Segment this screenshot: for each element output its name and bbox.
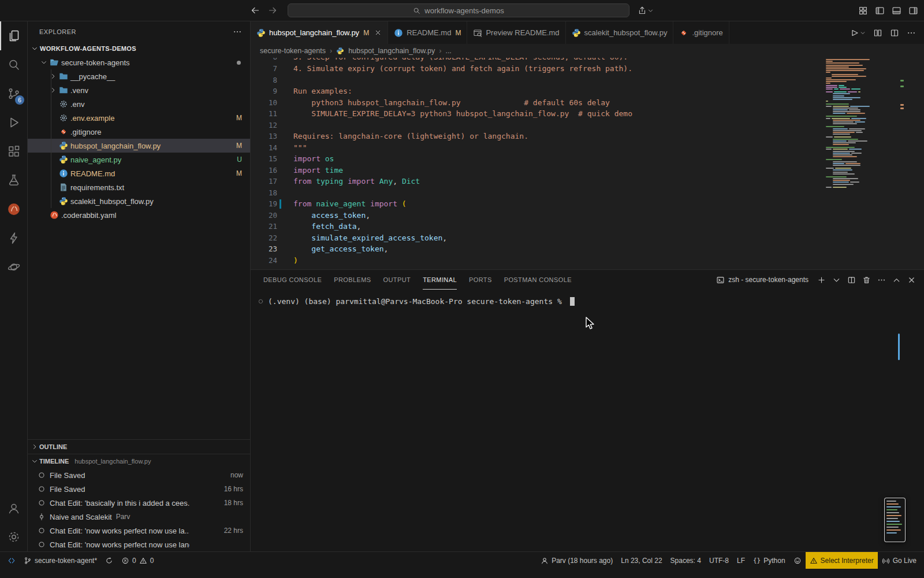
activity-settings-gear-icon[interactable]: [0, 523, 27, 551]
tree-item-label: .venv: [70, 86, 88, 95]
indentation-item[interactable]: Spaces: 4: [666, 552, 705, 569]
open-changes-icon[interactable]: [873, 28, 882, 38]
timeline-item[interactable]: Chat Edit: 'now works perfect now use la…: [28, 524, 250, 538]
code-text: access_token,: [283, 210, 370, 221]
outline-header[interactable]: OUTLINE: [28, 440, 250, 454]
timeline-item[interactable]: Chat Edit: 'now works perfect now use la…: [28, 538, 250, 551]
share-icon[interactable]: [638, 6, 647, 15]
go-live-item[interactable]: Go Live: [878, 552, 921, 569]
split-editor-icon[interactable]: [890, 28, 899, 38]
toggle-panel-icon[interactable]: [892, 6, 901, 16]
panel-tab-TERMINAL[interactable]: TERMINAL: [423, 270, 457, 290]
workspace-root[interactable]: WORKFLOW-AGENTS-DEMOS: [28, 42, 250, 55]
explorer-more-actions-icon[interactable]: [233, 27, 242, 36]
activity-testing-icon[interactable]: [0, 166, 27, 195]
tree-item-.env.example[interactable]: .env.exampleM: [28, 111, 250, 125]
tree-item-.env[interactable]: .env: [28, 97, 250, 111]
gutter: [277, 86, 283, 97]
tree-item-secure-token-agents[interactable]: secure-token-agents: [28, 55, 250, 69]
new-terminal-icon[interactable]: [817, 276, 826, 284]
tree-item-README.md[interactable]: README.mdM: [28, 166, 250, 180]
timeline-item-time: 16 hrs: [224, 485, 243, 493]
remote-indicator[interactable]: [3, 552, 20, 569]
scrollbar-thumb[interactable]: [898, 334, 900, 360]
back-arrow-icon[interactable]: [251, 6, 260, 15]
feedback-item[interactable]: [789, 552, 806, 569]
activity-source-control-icon[interactable]: 6: [0, 79, 27, 108]
tree-item-scalekit_hubspot_flow.py[interactable]: scalekit_hubspot_flow.py: [28, 194, 250, 208]
command-center-search[interactable]: workflow-agents-demos: [288, 3, 629, 17]
panel-tab-PORTS[interactable]: PORTS: [469, 270, 492, 290]
circle-icon: [38, 499, 46, 507]
activity-files-icon[interactable]: [0, 21, 27, 50]
branch-item[interactable]: secure-token-agent*: [20, 552, 101, 569]
activity-thunder-icon[interactable]: [0, 224, 27, 253]
tree-item-__pycache__[interactable]: __pycache__: [28, 69, 250, 83]
panel-tab-OUTPUT[interactable]: OUTPUT: [383, 270, 411, 290]
chevron-right-icon: [31, 443, 38, 450]
timeline-item[interactable]: Naive and ScalekitParv: [28, 510, 250, 524]
split-terminal-icon[interactable]: [847, 276, 856, 284]
terminal-dropdown-icon[interactable]: [832, 276, 841, 284]
readme-icon: [394, 28, 403, 38]
sync-item[interactable]: [101, 552, 117, 569]
timeline-item[interactable]: File Saved16 hrs: [28, 482, 250, 496]
overview-ruler-mark: [900, 80, 904, 81]
tab-README.md[interactable]: README.mdM: [388, 21, 467, 44]
tree-item-.venv[interactable]: .venv: [28, 83, 250, 97]
maximize-panel-icon[interactable]: [892, 276, 901, 284]
activity-extensions-icon[interactable]: [0, 137, 27, 166]
timeline-item[interactable]: File Savednow: [28, 468, 250, 482]
explorer-title: EXPLORER: [39, 28, 76, 35]
minimap[interactable]: [822, 59, 900, 268]
terminal-more-icon[interactable]: [877, 276, 886, 284]
panel-tab-DEBUG CONSOLE[interactable]: DEBUG CONSOLE: [263, 270, 322, 290]
timeline-item[interactable]: Chat Edit: 'basically in this i added a …: [28, 496, 250, 510]
tree-item-hubspot_langchain_flow.py[interactable]: hubspot_langchain_flow.pyM: [28, 139, 250, 153]
screenshot-thumbnail[interactable]: [884, 498, 906, 542]
encoding-item[interactable]: UTF-8: [705, 552, 733, 569]
timeline-section: TIMELINE hubspot_langchain_flow.py File …: [28, 454, 250, 551]
breadcrumb-folder[interactable]: secure-token-agents: [260, 47, 326, 55]
panel-tab-POSTMAN CONSOLE[interactable]: POSTMAN CONSOLE: [504, 270, 572, 290]
activity-coderabbit-icon[interactable]: [0, 195, 27, 224]
timeline-header[interactable]: TIMELINE hubspot_langchain_flow.py: [28, 454, 250, 468]
forward-arrow-icon[interactable]: [268, 6, 277, 15]
code-text: [283, 120, 293, 131]
run-button[interactable]: [850, 28, 866, 38]
problems-item[interactable]: 0 0: [117, 552, 158, 569]
tab-scalekit_hubspot_flow.py[interactable]: scalekit_hubspot_flow.py: [566, 21, 674, 44]
activity-planet-icon[interactable]: [0, 253, 27, 281]
tree-item-naive_agent.py[interactable]: naive_agent.pyU: [28, 153, 250, 166]
chevron-down-icon[interactable]: [647, 8, 654, 14]
more-actions-icon[interactable]: [907, 28, 916, 38]
tree-item-.coderabbit.yaml[interactable]: .coderabbit.yaml: [28, 208, 250, 222]
toggle-sidebar-left-icon[interactable]: [875, 6, 885, 16]
panel-tab-PROBLEMS[interactable]: PROBLEMS: [334, 270, 371, 290]
select-interpreter-item[interactable]: Select Interpreter: [806, 552, 878, 569]
eol-item[interactable]: LF: [733, 552, 749, 569]
tree-item-.gitignore[interactable]: .gitignore: [28, 125, 250, 139]
language-mode-item[interactable]: {} Python: [749, 552, 789, 569]
line-number: 7: [251, 63, 277, 75]
commit-author-item[interactable]: Parv (18 hours ago): [536, 552, 617, 569]
toggle-sidebar-right-icon[interactable]: [908, 6, 918, 16]
terminal-shell-selector[interactable]: zsh - secure-token-agents: [716, 276, 808, 284]
line-number: 20: [251, 210, 277, 221]
activity-run-debug-icon[interactable]: [0, 108, 27, 137]
tree-indent-guide: [51, 69, 51, 208]
tab-hubspot_langchain_flow.py[interactable]: hubspot_langchain_flow.pyM: [251, 21, 388, 44]
close-panel-icon[interactable]: [907, 276, 916, 284]
sync-icon: [105, 557, 113, 565]
activity-account-icon[interactable]: [0, 494, 27, 523]
tab-.gitignore[interactable]: .gitignore: [673, 21, 729, 44]
code-editor[interactable]: 63. Sleep for configured delay (SIMULATE…: [251, 58, 924, 269]
tab-Preview README.md[interactable]: Preview README.md: [467, 21, 565, 44]
breadcrumb-more[interactable]: ...: [445, 47, 451, 55]
activity-search-large-icon[interactable]: [0, 50, 27, 79]
breadcrumb-file[interactable]: hubspot_langchain_flow.py: [348, 47, 435, 55]
customize-layout-icon[interactable]: [858, 6, 868, 16]
cursor-position-item[interactable]: Ln 23, Col 22: [617, 552, 666, 569]
kill-terminal-icon[interactable]: [862, 276, 871, 284]
tree-item-requirements.txt[interactable]: requirements.txt: [28, 180, 250, 194]
